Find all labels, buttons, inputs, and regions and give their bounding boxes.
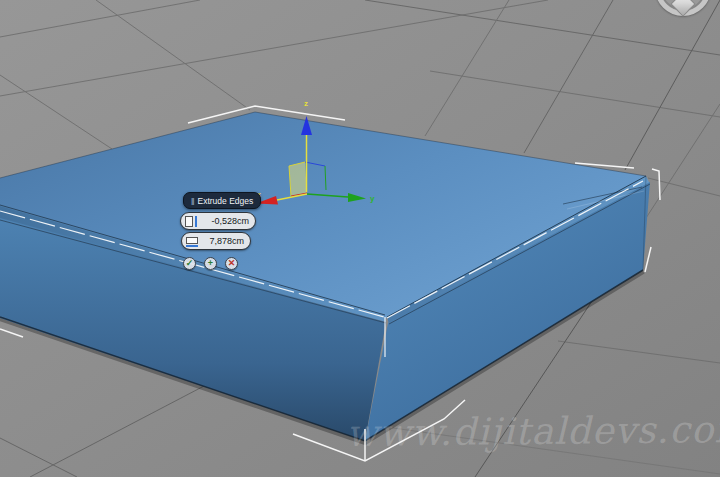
extrude-height-field[interactable]: -0,528cm — [180, 212, 256, 230]
caddy-buttons: ✓ + ✕ — [183, 257, 238, 270]
gizmo-z-label: z — [304, 99, 308, 108]
extrude-height-value[interactable]: -0,528cm — [211, 216, 249, 226]
drag-handle-icon[interactable]: || — [191, 196, 193, 205]
viewport-canvas[interactable]: z x y — [0, 0, 720, 477]
caddy-title-bar[interactable]: || Extrude Edges — [183, 192, 261, 209]
ok-button[interactable]: ✓ — [183, 257, 196, 270]
extrude-base-width-field[interactable]: 7,878cm — [181, 232, 251, 250]
viewport[interactable]: z x y www.dijitaldevs.com || Extrude Edg… — [0, 0, 720, 477]
extrude-base-width-icon — [186, 236, 199, 247]
extrude-base-width-value[interactable]: 7,878cm — [209, 236, 244, 246]
gizmo-plane-xz[interactable] — [289, 162, 307, 196]
extrude-height-icon — [185, 216, 197, 227]
home-cube-icon — [670, 0, 695, 17]
cancel-button[interactable]: ✕ — [225, 257, 238, 270]
gizmo-y-label: y — [370, 194, 375, 203]
apply-and-continue-button[interactable]: + — [204, 257, 217, 270]
caddy-title-label: Extrude Edges — [197, 196, 253, 206]
